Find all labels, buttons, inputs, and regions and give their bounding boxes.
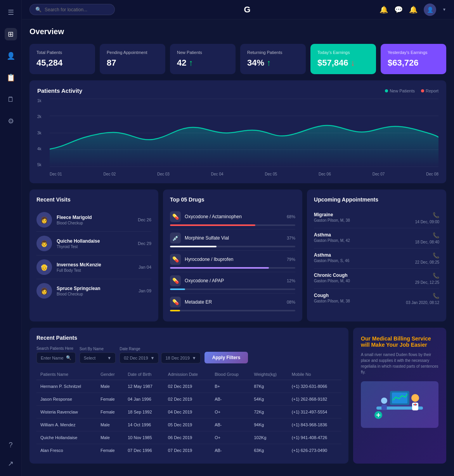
stat-label: Pending Appointment (107, 50, 158, 55)
appt-date: 14 Dec, 09:00 (415, 220, 439, 224)
avatar: 👨 (36, 236, 52, 251)
appt-date: 03 Jan 2020, 08:12 (406, 301, 439, 305)
patient-admission: 06 Dec 2019 (164, 431, 211, 444)
col-mobile: Mobile No (288, 369, 341, 380)
patient-blood: AB- (211, 419, 250, 431)
patient-mobile: (+1) 941-408-4726 (288, 431, 341, 444)
appt-item: Chronic Cough Gaston Pilson, M, 40 📞 29 … (314, 269, 439, 289)
appt-condition: Migraine (314, 212, 412, 217)
stat-label: Returning Patients (247, 50, 299, 55)
drug-name: Morphine Sulfate Vial (185, 235, 283, 241)
col-admission: Admission Date (164, 369, 211, 380)
visit-date: Dec 29 (138, 241, 151, 246)
sort-filter-select[interactable]: Select ▼ (80, 353, 116, 363)
promo-illustration (361, 381, 438, 428)
messages-icon[interactable]: 💬 (394, 5, 403, 14)
col-gender: Gender (97, 369, 124, 380)
svg-point-3 (411, 394, 419, 402)
visit-date: Jan 04 (139, 265, 151, 269)
search-filter-input[interactable]: Enter Name 🔍 (36, 352, 76, 363)
search-bar[interactable]: 🔍 (29, 4, 115, 15)
content-area: Overview Total Patients 45,284 Pending A… (22, 19, 454, 476)
patient-weight: 63Kg (250, 444, 288, 457)
phone-icon: 📞 (433, 252, 439, 259)
notification-icon[interactable]: 🔔 (379, 5, 388, 14)
date-from-input[interactable]: 02 Dec 2019 ▼ (120, 353, 159, 363)
drug-name: Oxycodone / Actaminophen (185, 214, 283, 219)
stat-label: Yesterday's Earnings (388, 50, 439, 55)
search-icon: 🔍 (35, 7, 42, 12)
stat-new-patients: New Patients 42 ↑ (170, 44, 236, 74)
alerts-icon[interactable]: 🔔 (409, 5, 418, 14)
chart-y-labels: 5k4k3k2k1k (37, 99, 48, 167)
main-content: 🔍 G 🔔 💬 🔔 👤 ▼ Overview Total Patients 45… (22, 0, 454, 476)
drug-icon: 💊 (170, 211, 181, 222)
appt-item: Asthma Gaston Pilson, S, 46 📞 22 Dec, 08… (314, 248, 439, 269)
drug-pct: 12% (287, 278, 295, 283)
chevron-down-icon: ▼ (442, 7, 446, 12)
patient-blood: O+ (211, 431, 250, 444)
apply-filters-button[interactable]: Apply Filters (204, 352, 248, 363)
top-drugs-panel: Top 05 Drugs 💊 Oxycodone / Actaminophen … (163, 189, 302, 321)
svg-rect-12 (376, 415, 380, 415)
patient-weight: 54Kg (250, 393, 288, 406)
bottom-row: Recent Patients Search Patients Here Ent… (29, 328, 446, 464)
sidebar-reports-icon[interactable]: 📋 (5, 71, 17, 84)
sidebar-logout-icon[interactable]: ↗ (5, 457, 17, 470)
date-to-input[interactable]: 18 Dec 2019 ▼ (161, 353, 200, 363)
promo-card: Our Medical Billing Service will Make Yo… (353, 328, 446, 464)
promo-text: A small river named Duden flows by their… (361, 352, 438, 375)
drug-pct: 68% (287, 214, 295, 219)
stat-value: $63,726 (388, 58, 439, 68)
appt-condition: Asthma (314, 252, 412, 258)
topbar-actions: 🔔 💬 🔔 👤 ▼ (379, 3, 446, 16)
visit-type: Full Body Test (57, 268, 134, 273)
upcoming-title: Upcoming Appointments (314, 196, 439, 203)
date-from-value: 02 Dec 2019 (124, 356, 148, 360)
stat-returning-patients: Returning Patients 34% ↑ (240, 44, 306, 74)
patient-name: Hermann P. Schnitzel (36, 380, 97, 393)
sidebar-patients-icon[interactable]: 👤 (5, 50, 17, 62)
sidebar-notes-icon[interactable]: 🗒 (5, 93, 17, 106)
patient-gender: Male (97, 431, 124, 444)
sidebar-menu-icon[interactable]: ☰ (5, 6, 17, 19)
drug-item: 💊 Oxycodone / Actaminophen 68% (170, 208, 295, 229)
recent-patients-card: Recent Patients Search Patients Here Ent… (29, 328, 348, 464)
chart-area: 5k4k3k2k1k (37, 99, 438, 176)
patient-mobile: (+1) 320-631-8066 (288, 380, 341, 393)
drug-icon: 💊 (170, 297, 181, 307)
stat-value: 42 ↑ (177, 58, 229, 68)
appt-date: 22 Dec, 08:25 (415, 260, 439, 264)
table-filters: Search Patients Here Enter Name 🔍 Sort B… (36, 346, 341, 363)
phone-icon: 📞 (433, 212, 439, 218)
sidebar-dashboard-icon[interactable]: ⊞ (5, 28, 17, 40)
avatar: 👩 (36, 283, 52, 299)
drug-item: 💊 Oxycodone / APAP 12% (170, 272, 295, 294)
patient-admission: 05 Dec 2019 (164, 419, 211, 431)
drug-list: 💊 Oxycodone / Actaminophen 68% 💉 Morphin… (170, 208, 295, 314)
stat-yesterday-earnings: Yesterday's Earnings $63,726 (381, 44, 446, 74)
svg-point-8 (381, 398, 387, 404)
visit-type: Thyroid Test (57, 245, 133, 249)
stat-today-earnings: Today's Earnings $57,846 ↓ (310, 44, 376, 74)
table-row: Quiche Hollandaise Male 10 Nov 1985 06 D… (36, 431, 341, 444)
drug-pct: 79% (287, 257, 295, 262)
visit-item: 👨 Quiche Hollandaise Thyroid Test Dec 29 (36, 232, 151, 255)
visit-info: Quiche Hollandaise Thyroid Test (57, 238, 133, 249)
patient-dob: 18 Sep 1992 (124, 406, 164, 419)
sidebar-settings-icon[interactable]: ⚙ (5, 115, 17, 127)
visit-name: Spruce Springclean (57, 286, 134, 291)
appt-item: Migraine Gaston Pilson, M, 38 📞 14 Dec, … (314, 208, 439, 228)
sidebar-help-icon[interactable]: ? (5, 439, 17, 451)
drug-item: 💊 Metadate ER 08% (170, 294, 295, 314)
visit-type: Blood Checkup (57, 221, 133, 225)
stat-value: 87 (107, 58, 158, 68)
date-range-filter-group: Date Range 02 Dec 2019 ▼ 18 Dec 2019 ▼ (120, 347, 201, 363)
stat-total-patients: Total Patients 45,284 (29, 44, 95, 74)
search-input[interactable] (45, 7, 109, 12)
stat-label: Today's Earnings (317, 50, 369, 55)
col-blood: Blood Group (211, 369, 250, 380)
user-avatar[interactable]: 👤 (424, 3, 436, 16)
appt-patient: Gaston Pilson, M, 38 (314, 299, 403, 303)
visit-item: 👴 Inverness McKenzie Full Body Test Jan … (36, 255, 151, 279)
